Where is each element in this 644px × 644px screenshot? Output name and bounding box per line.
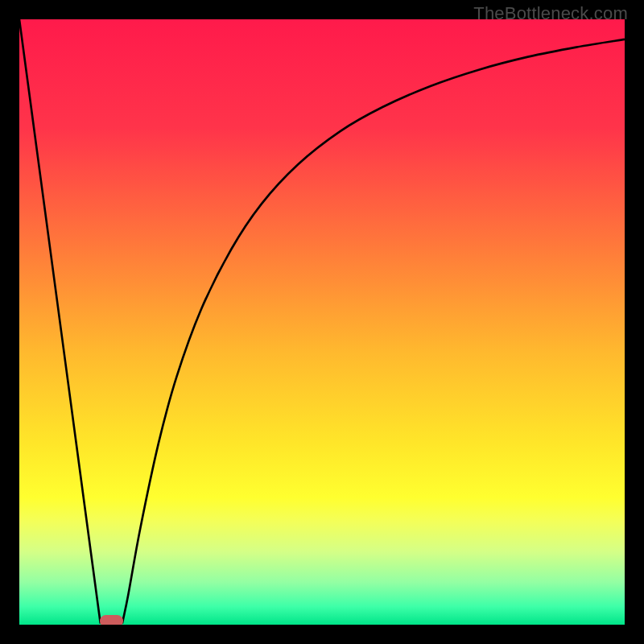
curve-right-branch	[122, 39, 625, 624]
curve-layer	[19, 19, 625, 625]
min-marker	[100, 615, 123, 625]
chart-frame: TheBottleneck.com	[0, 0, 644, 644]
watermark-text: TheBottleneck.com	[473, 3, 628, 24]
curve-left-branch	[19, 19, 101, 623]
plot-area	[19, 19, 625, 625]
